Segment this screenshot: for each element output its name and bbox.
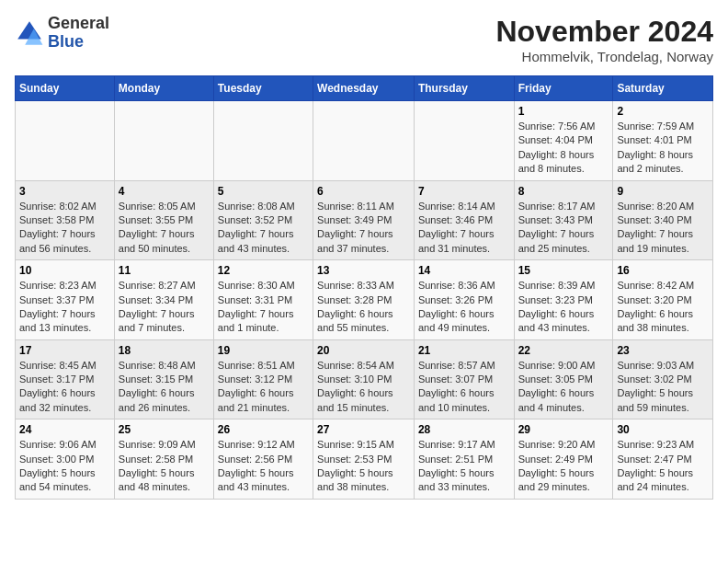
calendar-cell: 9Sunrise: 8:20 AMSunset: 3:40 PMDaylight… — [613, 180, 713, 260]
day-info: Sunrise: 8:02 AMSunset: 3:58 PMDaylight:… — [19, 200, 110, 257]
day-info: Sunrise: 9:03 AMSunset: 3:02 PMDaylight:… — [617, 359, 709, 416]
location-text: Hommelvik, Trondelag, Norway — [495, 49, 713, 64]
day-info: Sunrise: 7:56 AMSunset: 4:04 PMDaylight:… — [518, 120, 609, 177]
day-number: 20 — [317, 344, 410, 357]
day-number: 26 — [218, 423, 309, 436]
calendar-cell: 19Sunrise: 8:51 AMSunset: 3:12 PMDayligh… — [213, 339, 313, 419]
day-number: 24 — [19, 423, 110, 436]
calendar-cell: 3Sunrise: 8:02 AMSunset: 3:58 PMDaylight… — [16, 180, 115, 260]
day-number: 17 — [19, 344, 110, 357]
day-number: 14 — [418, 264, 510, 277]
weekday-header-thursday: Thursday — [414, 76, 514, 101]
calendar-week-1: 1Sunrise: 7:56 AMSunset: 4:04 PMDaylight… — [16, 101, 713, 181]
calendar-cell: 21Sunrise: 8:57 AMSunset: 3:07 PMDayligh… — [414, 339, 514, 419]
calendar-cell — [213, 101, 313, 181]
day-info: Sunrise: 8:11 AMSunset: 3:49 PMDaylight:… — [317, 200, 410, 257]
day-number: 2 — [617, 105, 709, 118]
day-info: Sunrise: 8:36 AMSunset: 3:26 PMDaylight:… — [418, 279, 510, 336]
day-number: 21 — [418, 344, 510, 357]
calendar-cell — [114, 101, 213, 181]
day-info: Sunrise: 9:15 AMSunset: 2:53 PMDaylight:… — [317, 438, 410, 495]
day-info: Sunrise: 8:45 AMSunset: 3:17 PMDaylight:… — [19, 359, 110, 416]
day-number: 19 — [218, 344, 309, 357]
day-number: 27 — [317, 423, 410, 436]
calendar-week-3: 10Sunrise: 8:23 AMSunset: 3:37 PMDayligh… — [16, 260, 713, 340]
calendar-cell: 30Sunrise: 9:23 AMSunset: 2:47 PMDayligh… — [613, 419, 713, 500]
day-info: Sunrise: 8:30 AMSunset: 3:31 PMDaylight:… — [218, 279, 309, 336]
month-title: November 2024 — [495, 15, 713, 49]
calendar-cell: 26Sunrise: 9:12 AMSunset: 2:56 PMDayligh… — [213, 419, 313, 500]
weekday-header-sunday: Sunday — [16, 76, 115, 101]
day-info: Sunrise: 9:17 AMSunset: 2:51 PMDaylight:… — [418, 438, 510, 495]
day-info: Sunrise: 9:09 AMSunset: 2:58 PMDaylight:… — [119, 438, 210, 495]
day-info: Sunrise: 8:20 AMSunset: 3:40 PMDaylight:… — [617, 200, 709, 257]
calendar-cell: 22Sunrise: 9:00 AMSunset: 3:05 PMDayligh… — [514, 339, 613, 419]
calendar-week-4: 17Sunrise: 8:45 AMSunset: 3:17 PMDayligh… — [16, 339, 713, 419]
logo-icon — [15, 18, 44, 48]
day-number: 22 — [518, 344, 609, 357]
page-header: General Blue November 2024 Hommelvik, Tr… — [15, 15, 713, 64]
calendar-cell: 1Sunrise: 7:56 AMSunset: 4:04 PMDaylight… — [514, 101, 613, 181]
calendar-table: SundayMondayTuesdayWednesdayThursdayFrid… — [15, 75, 713, 500]
day-number: 29 — [518, 423, 609, 436]
day-number: 3 — [19, 185, 110, 198]
day-info: Sunrise: 8:39 AMSunset: 3:23 PMDaylight:… — [518, 279, 609, 336]
day-info: Sunrise: 9:06 AMSunset: 3:00 PMDaylight:… — [19, 438, 110, 495]
day-info: Sunrise: 8:14 AMSunset: 3:46 PMDaylight:… — [418, 200, 510, 257]
day-number: 9 — [617, 185, 709, 198]
logo-blue-text: Blue — [48, 32, 84, 51]
day-number: 10 — [19, 264, 110, 277]
day-info: Sunrise: 8:27 AMSunset: 3:34 PMDaylight:… — [119, 279, 210, 336]
day-number: 16 — [617, 264, 709, 277]
weekday-header-saturday: Saturday — [613, 76, 713, 101]
day-info: Sunrise: 9:00 AMSunset: 3:05 PMDaylight:… — [518, 359, 609, 416]
day-info: Sunrise: 9:23 AMSunset: 2:47 PMDaylight:… — [617, 438, 709, 495]
day-number: 25 — [119, 423, 210, 436]
calendar-cell: 17Sunrise: 8:45 AMSunset: 3:17 PMDayligh… — [16, 339, 115, 419]
logo: General Blue — [15, 15, 109, 52]
weekday-header-friday: Friday — [514, 76, 613, 101]
calendar-cell: 11Sunrise: 8:27 AMSunset: 3:34 PMDayligh… — [114, 260, 213, 340]
calendar-cell: 12Sunrise: 8:30 AMSunset: 3:31 PMDayligh… — [213, 260, 313, 340]
calendar-cell: 29Sunrise: 9:20 AMSunset: 2:49 PMDayligh… — [514, 419, 613, 500]
calendar-cell: 14Sunrise: 8:36 AMSunset: 3:26 PMDayligh… — [414, 260, 514, 340]
calendar-cell — [16, 101, 115, 181]
calendar-cell: 15Sunrise: 8:39 AMSunset: 3:23 PMDayligh… — [514, 260, 613, 340]
day-info: Sunrise: 9:12 AMSunset: 2:56 PMDaylight:… — [218, 438, 309, 495]
day-info: Sunrise: 9:20 AMSunset: 2:49 PMDaylight:… — [518, 438, 609, 495]
day-number: 7 — [418, 185, 510, 198]
calendar-cell: 5Sunrise: 8:08 AMSunset: 3:52 PMDaylight… — [213, 180, 313, 260]
calendar-cell — [313, 101, 415, 181]
day-number: 23 — [617, 344, 709, 357]
day-info: Sunrise: 8:42 AMSunset: 3:20 PMDaylight:… — [617, 279, 709, 336]
weekday-header-wednesday: Wednesday — [313, 76, 415, 101]
day-number: 11 — [119, 264, 210, 277]
day-number: 30 — [617, 423, 709, 436]
logo-general-text: General — [48, 14, 109, 32]
day-info: Sunrise: 8:33 AMSunset: 3:28 PMDaylight:… — [317, 279, 410, 336]
day-info: Sunrise: 8:54 AMSunset: 3:10 PMDaylight:… — [317, 359, 410, 416]
day-number: 15 — [518, 264, 609, 277]
day-info: Sunrise: 8:57 AMSunset: 3:07 PMDaylight:… — [418, 359, 510, 416]
day-number: 6 — [317, 185, 410, 198]
day-info: Sunrise: 7:59 AMSunset: 4:01 PMDaylight:… — [617, 120, 709, 177]
day-info: Sunrise: 8:51 AMSunset: 3:12 PMDaylight:… — [218, 359, 309, 416]
calendar-week-2: 3Sunrise: 8:02 AMSunset: 3:58 PMDaylight… — [16, 180, 713, 260]
calendar-cell: 7Sunrise: 8:14 AMSunset: 3:46 PMDaylight… — [414, 180, 514, 260]
calendar-cell: 4Sunrise: 8:05 AMSunset: 3:55 PMDaylight… — [114, 180, 213, 260]
calendar-cell — [414, 101, 514, 181]
calendar-cell: 10Sunrise: 8:23 AMSunset: 3:37 PMDayligh… — [16, 260, 115, 340]
calendar-cell: 27Sunrise: 9:15 AMSunset: 2:53 PMDayligh… — [313, 419, 415, 500]
calendar-cell: 25Sunrise: 9:09 AMSunset: 2:58 PMDayligh… — [114, 419, 213, 500]
calendar-cell: 16Sunrise: 8:42 AMSunset: 3:20 PMDayligh… — [613, 260, 713, 340]
day-number: 5 — [218, 185, 309, 198]
day-number: 4 — [119, 185, 210, 198]
title-block: November 2024 Hommelvik, Trondelag, Norw… — [495, 15, 713, 64]
calendar-cell: 6Sunrise: 8:11 AMSunset: 3:49 PMDaylight… — [313, 180, 415, 260]
calendar-cell: 8Sunrise: 8:17 AMSunset: 3:43 PMDaylight… — [514, 180, 613, 260]
calendar-cell: 23Sunrise: 9:03 AMSunset: 3:02 PMDayligh… — [613, 339, 713, 419]
day-number: 12 — [218, 264, 309, 277]
calendar-week-5: 24Sunrise: 9:06 AMSunset: 3:00 PMDayligh… — [16, 419, 713, 500]
day-number: 18 — [119, 344, 210, 357]
calendar-cell: 20Sunrise: 8:54 AMSunset: 3:10 PMDayligh… — [313, 339, 415, 419]
